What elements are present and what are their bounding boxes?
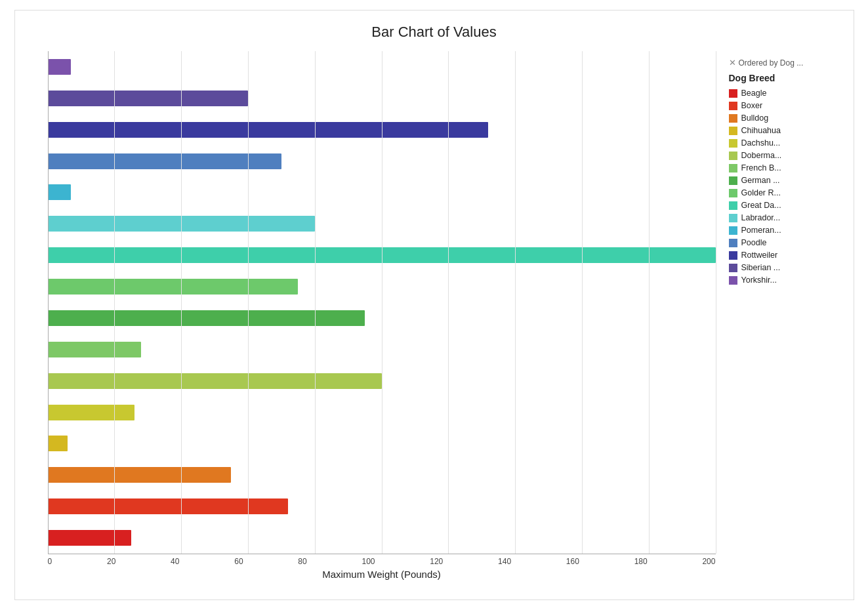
- bar-row: [48, 465, 716, 485]
- legend-item[interactable]: Chihuahua: [729, 126, 840, 135]
- bar[interactable]: [48, 373, 382, 389]
- legend-color-box: [729, 102, 737, 110]
- legend-item-label: Great Da...: [741, 201, 781, 210]
- legend-item[interactable]: Pomeran...: [729, 226, 840, 235]
- legend-color-box: [729, 214, 737, 222]
- x-tick: 40: [171, 557, 179, 566]
- bar[interactable]: [48, 122, 489, 138]
- legend-color-box: [729, 139, 737, 148]
- x-tick: 140: [498, 557, 511, 566]
- bar[interactable]: [48, 91, 248, 106]
- legend-item-label: Labrador...: [741, 213, 781, 222]
- x-axis-area: 020406080100120140160180200 Maximum Weig…: [22, 554, 722, 593]
- bar[interactable]: [48, 467, 232, 483]
- bar[interactable]: [48, 153, 281, 169]
- x-tick: 160: [566, 557, 579, 566]
- bar-row: [48, 434, 716, 453]
- legend-color-box: [729, 114, 737, 123]
- x-axis-label: Maximum Weight (Pounds): [48, 569, 716, 580]
- legend-item[interactable]: Poodle: [729, 238, 840, 247]
- x-tick: 20: [107, 557, 115, 566]
- bar[interactable]: [48, 279, 299, 295]
- chart-wrapper: Bar Chart of Values 02040608010012014016…: [14, 10, 854, 600]
- legend-color-box: [729, 176, 737, 185]
- legend-items: BeagleBoxerBulldogChihuahuaDachshu...Dob…: [729, 89, 840, 285]
- bar-row: [48, 497, 716, 516]
- legend-item[interactable]: Doberma...: [729, 151, 840, 160]
- bar[interactable]: [48, 247, 716, 263]
- legend-item[interactable]: Yorkshir...: [729, 275, 840, 285]
- bar[interactable]: [48, 436, 68, 451]
- legend-item-label: Siberian ...: [741, 263, 781, 272]
- x-tick: 180: [634, 557, 648, 566]
- x-tick: 100: [362, 557, 375, 566]
- legend-item-label: Bulldog: [741, 113, 769, 123]
- legend-item[interactable]: French B...: [729, 163, 840, 173]
- bar-row: [48, 89, 716, 108]
- legend-title: Dog Breed: [729, 73, 840, 83]
- legend-item-label: Pomeran...: [741, 226, 781, 235]
- legend-item[interactable]: Beagle: [729, 89, 840, 98]
- chart-body: 020406080100120140160180200 Maximum Weig…: [22, 51, 847, 593]
- legend-color-box: [729, 164, 737, 173]
- bar-row: [48, 120, 716, 140]
- bar-row: [48, 182, 716, 202]
- legend-item[interactable]: Rottweiler: [729, 251, 840, 260]
- bar-row: [48, 340, 716, 359]
- legend-color-box: [729, 189, 737, 197]
- legend-color-box: [729, 239, 737, 247]
- legend-item-label: Doberma...: [741, 151, 782, 160]
- bar-row: [48, 371, 716, 391]
- legend-item-label: Golder R...: [741, 188, 781, 197]
- legend-item-label: Rottweiler: [741, 251, 778, 260]
- bars-container: [22, 51, 722, 554]
- x-axis-ticks: 020406080100120140160180200: [48, 554, 716, 566]
- legend-item-label: Boxer: [741, 101, 763, 110]
- legend-color-box: [729, 152, 737, 160]
- legend-color-box: [729, 201, 737, 210]
- bar-row: [48, 214, 716, 234]
- legend-item-label: Poodle: [741, 238, 767, 247]
- x-tick: 120: [430, 557, 443, 566]
- filter-close-icon[interactable]: ✕: [729, 58, 736, 68]
- x-tick: 80: [298, 557, 306, 566]
- legend-color-box: [729, 226, 737, 235]
- x-tick: 0: [48, 557, 52, 566]
- legend-item[interactable]: Dachshu...: [729, 138, 840, 148]
- bar[interactable]: [48, 342, 142, 357]
- legend-filter-label: Ordered by Dog ...: [739, 58, 804, 68]
- legend-item-label: Dachshu...: [741, 138, 781, 148]
- legend-area: ✕ Ordered by Dog ... Dog Breed BeagleBox…: [722, 51, 847, 593]
- legend-item-label: Beagle: [741, 89, 767, 98]
- bar-row: [48, 245, 716, 265]
- legend-item-label: French B...: [741, 163, 781, 173]
- bar[interactable]: [48, 498, 288, 514]
- legend-item[interactable]: Siberian ...: [729, 263, 840, 272]
- bar[interactable]: [48, 310, 365, 326]
- legend-item[interactable]: Great Da...: [729, 201, 840, 210]
- bar[interactable]: [48, 530, 131, 546]
- legend-color-box: [729, 264, 737, 272]
- bar-row: [48, 277, 716, 296]
- legend-filter[interactable]: ✕ Ordered by Dog ...: [729, 58, 840, 68]
- bar[interactable]: [48, 184, 72, 200]
- legend-item-label: Yorkshir...: [741, 275, 777, 285]
- chart-area: 020406080100120140160180200 Maximum Weig…: [22, 51, 722, 593]
- legend-item[interactable]: Labrador...: [729, 213, 840, 222]
- legend-color-box: [729, 89, 737, 98]
- legend-item[interactable]: Golder R...: [729, 188, 840, 197]
- legend-item[interactable]: Bulldog: [729, 113, 840, 123]
- legend-item[interactable]: German ...: [729, 176, 840, 185]
- chart-title: Bar Chart of Values: [22, 24, 847, 41]
- bar[interactable]: [48, 59, 72, 75]
- legend-item[interactable]: Boxer: [729, 101, 840, 110]
- legend-item-label: German ...: [741, 176, 780, 185]
- x-tick: 200: [702, 557, 715, 566]
- bar[interactable]: [48, 405, 134, 420]
- legend-item-label: Chihuahua: [741, 126, 781, 135]
- bar-row: [48, 403, 716, 422]
- bar[interactable]: [48, 216, 315, 232]
- legend-color-box: [729, 127, 737, 135]
- legend-color-box: [729, 276, 737, 285]
- bar-row: [48, 152, 716, 171]
